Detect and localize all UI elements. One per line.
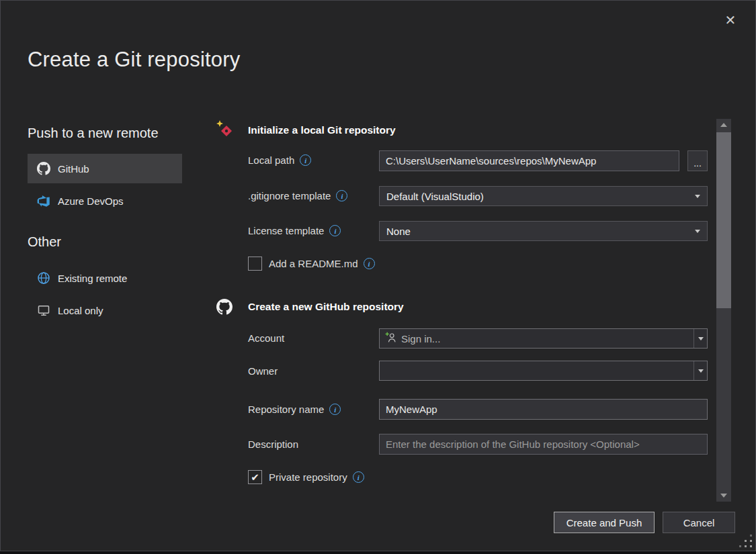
close-icon[interactable]: ✕ — [720, 10, 741, 30]
scroll-up-icon[interactable] — [716, 119, 731, 131]
computer-icon — [37, 304, 50, 317]
info-icon[interactable]: i — [364, 258, 375, 269]
chevron-down-icon — [695, 195, 700, 198]
page-title: Create a Git repository — [28, 48, 240, 72]
sidebar-heading-other: Other — [28, 234, 61, 250]
check-icon: ✔ — [251, 471, 259, 483]
github-section-heading: Create a new GitHub repository — [248, 301, 404, 313]
license-template-label: License template — [248, 225, 324, 236]
private-repository-label-row: Private repository i — [269, 471, 364, 483]
private-repository-checkbox[interactable]: ✔ — [248, 470, 262, 484]
cancel-button[interactable]: Cancel — [663, 512, 735, 533]
azure-devops-icon — [37, 194, 50, 207]
info-icon[interactable]: i — [353, 471, 364, 483]
repository-name-label: Repository name — [248, 404, 324, 415]
account-dropdown[interactable]: Sign in... — [379, 328, 708, 349]
new-repository-icon — [216, 120, 234, 141]
sidebar-item-label: Existing remote — [58, 273, 127, 284]
scrollbar-thumb[interactable] — [716, 132, 731, 308]
owner-dropdown[interactable] — [379, 361, 708, 381]
scroll-down-icon[interactable] — [716, 490, 731, 502]
owner-label-row: Owner — [248, 365, 278, 377]
create-and-push-button[interactable]: Create and Push — [554, 512, 655, 533]
add-readme-label: Add a README.md — [269, 258, 358, 269]
sidebar-item-label: Local only — [58, 305, 103, 316]
license-template-dropdown[interactable]: None — [379, 221, 708, 241]
scrollbar-track[interactable] — [716, 119, 731, 502]
local-path-input[interactable] — [379, 150, 679, 171]
info-icon[interactable]: i — [336, 190, 347, 201]
chevron-down-icon — [698, 369, 704, 373]
chevron-down-icon — [698, 337, 704, 340]
initialize-section-heading: Initialize a local Git repository — [248, 124, 396, 136]
sign-in-person-icon — [385, 332, 396, 345]
add-readme-label-row: Add a README.md i — [269, 258, 375, 269]
account-label-row: Account — [248, 332, 284, 344]
gitignore-template-value: Default (VisualStudio) — [386, 191, 695, 202]
info-icon[interactable]: i — [329, 225, 341, 236]
add-readme-checkbox[interactable] — [248, 257, 262, 271]
description-label-row: Description — [248, 438, 298, 450]
repository-name-label-row: Repository name i — [248, 404, 341, 415]
browse-button[interactable]: ... — [687, 150, 708, 171]
sidebar-item-local-only[interactable]: Local only — [28, 297, 182, 323]
license-label-row: License template i — [248, 225, 341, 236]
info-icon[interactable]: i — [329, 404, 341, 415]
sidebar-item-label: GitHub — [58, 163, 89, 175]
sidebar-heading-push-remote: Push to a new remote — [28, 126, 159, 141]
account-value: Sign in... — [401, 333, 440, 344]
globe-icon — [37, 271, 50, 285]
local-path-label: Local path — [248, 154, 294, 166]
sidebar-item-azure-devops[interactable]: Azure DevOps — [28, 187, 182, 214]
gitignore-label-row: .gitignore template i — [248, 190, 347, 201]
repository-name-input[interactable] — [379, 399, 708, 420]
chevron-down-icon — [695, 230, 700, 233]
description-label: Description — [248, 438, 298, 450]
github-section-icon — [216, 299, 233, 318]
sidebar-item-github[interactable]: GitHub — [28, 154, 182, 183]
account-label: Account — [248, 332, 284, 344]
github-icon — [37, 162, 50, 175]
gitignore-template-dropdown[interactable]: Default (VisualStudio) — [379, 186, 708, 206]
description-input[interactable] — [379, 434, 708, 455]
owner-label: Owner — [248, 365, 278, 377]
license-template-value: None — [386, 226, 695, 237]
gitignore-template-label: .gitignore template — [248, 190, 331, 201]
private-repository-label: Private repository — [269, 471, 347, 483]
sidebar-item-existing-remote[interactable]: Existing remote — [28, 265, 182, 291]
create-git-repository-dialog: ✕ Create a Git repository Push to a new … — [0, 0, 756, 551]
sidebar-item-label: Azure DevOps — [58, 195, 124, 207]
info-icon[interactable]: i — [300, 154, 311, 166]
resize-grip[interactable] — [750, 545, 752, 547]
local-path-label-row: Local path i — [248, 154, 311, 166]
